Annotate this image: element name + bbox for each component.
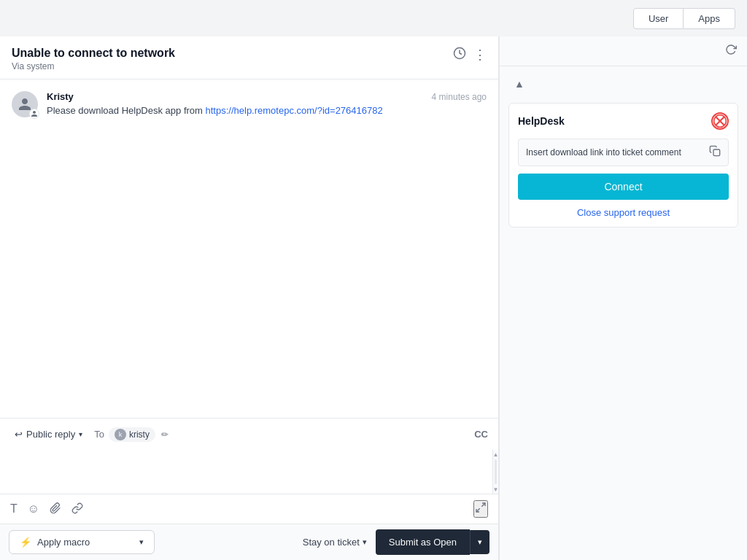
bottom-bar: ⚡ Apply macro ▾ Stay on ticket ▾ Submit … (0, 524, 498, 560)
submit-open-btn[interactable]: Submit as Open (376, 529, 470, 555)
more-options-icon[interactable]: ⋮ (473, 47, 487, 63)
message-author: Kristy (47, 91, 74, 102)
top-bar: User Apps (0, 0, 747, 36)
macro-chevron-icon: ▾ (139, 537, 144, 547)
lightning-icon: ⚡ (20, 537, 31, 548)
apply-macro-left: ⚡ Apply macro (20, 537, 90, 548)
apply-macro-btn[interactable]: ⚡ Apply macro ▾ (9, 530, 155, 554)
app-card-title: HelpDesk (518, 115, 565, 127)
reply-chevron-icon: ▾ (79, 430, 82, 438)
ticket-header: Unable to connect to network Via system … (0, 36, 498, 79)
stay-chevron-icon: ▾ (363, 537, 367, 547)
insert-link-row: Insert download link into ticket comment (518, 139, 729, 166)
message-row: Kristy 4 minutes ago Please download Hel… (12, 91, 487, 117)
emoji-icon[interactable]: ☺ (28, 502, 39, 516)
avatar-wrap (12, 91, 38, 117)
recipient-avatar: k (115, 429, 126, 440)
apps-tab[interactable]: Apps (684, 8, 735, 29)
app-card-helpdesk: HelpDesk Insert download link into ticke… (508, 103, 738, 228)
collapse-btn[interactable]: ▲ (508, 75, 530, 93)
connect-btn[interactable]: Connect (518, 174, 729, 200)
helpdesk-logo-icon (711, 112, 729, 130)
edit-recipient-btn[interactable]: ✏ (160, 428, 170, 441)
copy-link-btn[interactable] (709, 145, 721, 160)
svg-line-1 (481, 503, 485, 507)
text-format-icon[interactable]: T (10, 502, 18, 516)
ticket-actions: ⋮ (453, 47, 487, 63)
conversation-area: Kristy 4 minutes ago Please download Hel… (0, 79, 498, 418)
refresh-btn[interactable] (725, 44, 737, 58)
app-card-header: HelpDesk (518, 112, 729, 130)
scroll-down-btn[interactable]: ▼ (493, 485, 498, 494)
message-content: Kristy 4 minutes ago Please download Hel… (47, 91, 487, 117)
message-time: 4 minutes ago (432, 92, 487, 102)
ticket-subtitle: Via system (12, 61, 175, 71)
user-tab[interactable]: User (633, 8, 684, 29)
reply-arrow-icon: ↩ (15, 429, 23, 440)
svg-rect-6 (713, 149, 720, 156)
insert-link-text: Insert download link into ticket comment (526, 147, 681, 158)
to-label: To (94, 429, 104, 440)
link-icon[interactable] (71, 502, 83, 516)
right-panel: ▲ HelpDesk Insert download link into tic… (499, 36, 747, 560)
public-reply-label: Public reply (26, 429, 75, 440)
ticket-panel: Unable to connect to network Via system … (0, 36, 499, 560)
stay-on-ticket-btn[interactable]: Stay on ticket ▾ (294, 531, 376, 553)
compose-area[interactable]: ▲ ▼ (0, 450, 498, 494)
history-icon[interactable] (453, 47, 466, 63)
public-reply-btn[interactable]: ↩ Public reply ▾ (10, 426, 87, 443)
message-text-before-link: Please download HelpDesk app from (47, 105, 206, 116)
reply-bar: ↩ Public reply ▾ To k kristy ✏ CC (0, 418, 498, 450)
message-text: Please download HelpDesk app from https:… (47, 105, 487, 116)
compose-toolbar: T ☺ (0, 494, 498, 524)
svg-line-2 (476, 508, 480, 512)
avatar-badge (29, 109, 39, 119)
cc-button[interactable]: CC (474, 429, 488, 440)
attach-icon[interactable] (50, 502, 61, 516)
ticket-title-block: Unable to connect to network Via system (12, 47, 175, 71)
scroll-up-btn[interactable]: ▲ (493, 450, 498, 459)
main-layout: Unable to connect to network Via system … (0, 36, 747, 560)
reply-to-section: To k kristy ✏ (94, 427, 170, 442)
message-meta: Kristy 4 minutes ago (47, 91, 487, 102)
expand-icon[interactable] (473, 500, 488, 518)
message-link[interactable]: https://help.remotepc.com/?id=276416782 (206, 105, 383, 116)
recipient-name: kristy (129, 429, 150, 440)
apps-section: ▲ HelpDesk Insert download link into tic… (500, 66, 747, 236)
bottom-right: Stay on ticket ▾ Submit as Open ▾ (294, 529, 489, 555)
stay-on-ticket-label: Stay on ticket (303, 537, 360, 548)
submit-dropdown-btn[interactable]: ▾ (470, 530, 489, 554)
right-panel-header (500, 36, 747, 66)
compose-scrollbar: ▲ ▼ (492, 450, 498, 494)
apply-macro-label: Apply macro (37, 537, 90, 548)
recipient-chip: k kristy (109, 427, 155, 442)
ticket-title: Unable to connect to network (12, 47, 175, 60)
close-support-btn[interactable]: Close support request (518, 207, 729, 218)
